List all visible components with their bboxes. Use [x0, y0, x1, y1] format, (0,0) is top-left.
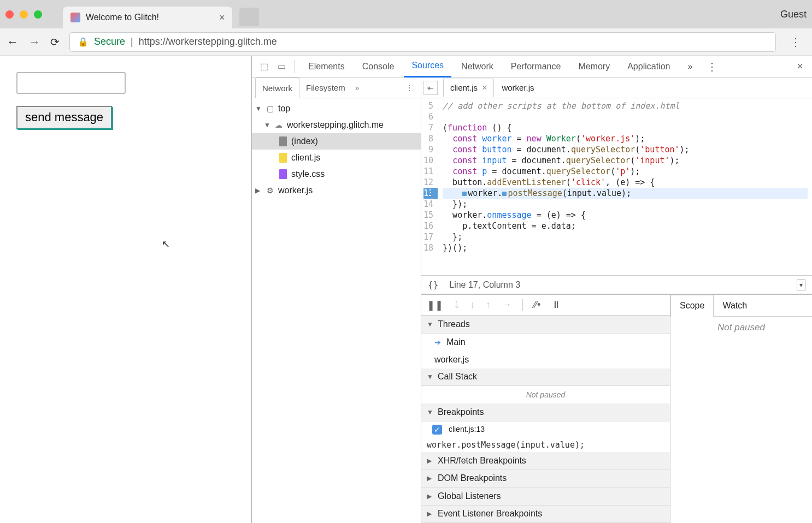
lock-icon: 🔒 — [78, 37, 89, 47]
chevron-down-icon[interactable] — [264, 121, 270, 129]
line-gutter[interactable]: 56789101112131415161718 — [421, 98, 438, 275]
tab-application[interactable]: Application — [620, 56, 678, 78]
inspect-element-icon[interactable]: ⬚ — [256, 59, 272, 74]
editor-tab-workerjs[interactable]: worker.js — [495, 79, 540, 97]
divider — [295, 60, 295, 73]
xhr-breakpoints-header[interactable]: XHR/fetch Breakpoints — [421, 452, 670, 470]
chevron-right-icon — [427, 492, 433, 500]
js-file-icon — [279, 153, 287, 163]
css-file-icon — [279, 169, 287, 179]
devtools-close-icon[interactable]: × — [792, 60, 808, 73]
maximize-window-icon[interactable] — [34, 10, 42, 19]
new-tab-button[interactable] — [239, 8, 259, 26]
collapse-navigator-icon[interactable]: ⇤ — [423, 81, 438, 95]
tree-label: style.css — [291, 169, 325, 179]
code-area[interactable]: // add other scripts at the bottom of in… — [438, 98, 812, 275]
pause-button[interactable]: ❚❚ — [427, 299, 443, 311]
devtools-menu-icon[interactable]: ⋮ — [702, 60, 722, 73]
editor-tab-label: worker.js — [502, 83, 534, 92]
section-label: Breakpoints — [438, 407, 484, 417]
devtools-panel: ⬚ ▭ Elements Console Sources Network Per… — [251, 56, 812, 523]
breakpoint-code: worker.postMessage(input.value); — [421, 438, 670, 452]
message-input[interactable] — [16, 72, 126, 94]
callstack-header[interactable]: Call Stack — [421, 369, 670, 387]
chevron-down-icon[interactable] — [255, 105, 262, 112]
url-separator: | — [131, 36, 133, 47]
current-thread-icon: ➔ — [434, 338, 441, 347]
step-into-button: ↓ — [470, 299, 475, 311]
editor-statusbar: {} Line 17, Column 3 ▾ — [421, 275, 812, 294]
section-label: Call Stack — [438, 372, 477, 382]
navigator-tab-filesystem[interactable]: Filesystem — [299, 78, 352, 98]
chevron-down-icon — [427, 408, 433, 416]
code-editor[interactable]: 56789101112131415161718 // add other scr… — [421, 98, 812, 275]
breakpoints-header[interactable]: Breakpoints — [421, 403, 670, 421]
navigator-tab-network[interactable]: Network — [255, 78, 299, 98]
send-message-button[interactable]: send message — [16, 106, 112, 129]
minimize-window-icon[interactable] — [20, 10, 28, 19]
navigator-menu-icon[interactable]: ⋮ — [401, 84, 417, 92]
document-icon — [279, 136, 287, 146]
close-window-icon[interactable] — [5, 10, 14, 19]
tab-performance[interactable]: Performance — [503, 56, 569, 78]
tab-network[interactable]: Network — [454, 56, 501, 78]
browser-tab[interactable]: Welcome to Glitch! × — [63, 7, 232, 28]
thread-worker[interactable]: worker.js — [421, 351, 670, 369]
pause-on-exceptions-button[interactable]: ⏸ — [551, 299, 561, 311]
coverage-icon[interactable]: ▾ — [797, 280, 805, 290]
chevron-down-icon — [427, 320, 433, 328]
chevron-right-icon — [427, 474, 433, 482]
navigator-tabs: Network Filesystem » ⋮ — [252, 78, 421, 98]
threads-header[interactable]: Threads — [421, 316, 670, 334]
tab-scope[interactable]: Scope — [670, 295, 714, 317]
thread-label: Main — [446, 337, 466, 347]
frame-icon — [265, 104, 275, 114]
back-button[interactable]: ← — [7, 35, 19, 49]
cloud-icon — [274, 120, 284, 130]
debugger-right: Scope Watch Not paused — [670, 295, 812, 523]
tab-memory[interactable]: Memory — [570, 56, 617, 78]
tab-close-icon[interactable]: × — [219, 12, 225, 23]
cursor-position: Line 17, Column 3 — [449, 280, 520, 290]
tree-root[interactable]: top — [252, 100, 421, 117]
pretty-print-icon[interactable]: {} — [428, 280, 438, 290]
tab-elements[interactable]: Elements — [301, 56, 352, 78]
forward-button: → — [28, 35, 40, 49]
event-listener-breakpoints-header[interactable]: Event Listener Breakpoints — [421, 506, 670, 523]
reload-button[interactable]: ⟳ — [50, 35, 60, 49]
breakpoint-label: client.js:13 — [449, 425, 485, 433]
url-text: https://workerstepping.glitch.me — [139, 36, 277, 47]
tabs-overflow-icon[interactable]: » — [680, 56, 700, 78]
tree-domain[interactable]: workerstepping.glitch.me — [252, 117, 421, 133]
scope-empty: Not paused — [670, 317, 812, 523]
breakpoint-item[interactable]: ✓ client.js:13 — [421, 421, 670, 438]
secure-label: Secure — [94, 36, 125, 47]
dom-breakpoints-header[interactable]: DOM Breakpoints — [421, 470, 670, 488]
editor-tab-clientjs[interactable]: client.js × — [443, 79, 494, 97]
deactivate-breakpoints-button[interactable]: ⁄⁄• — [534, 299, 540, 311]
step-over-button: ⤵ — [454, 299, 459, 311]
close-icon[interactable]: × — [482, 83, 487, 93]
tree-file-clientjs[interactable]: client.js — [252, 150, 421, 166]
tree-file-index[interactable]: (index) — [252, 133, 421, 150]
tab-sources[interactable]: Sources — [404, 56, 451, 78]
address-bar[interactable]: 🔒 Secure | https://workerstepping.glitch… — [69, 32, 776, 52]
navigator-more-icon[interactable]: » — [355, 84, 360, 92]
breakpoint-checkbox[interactable]: ✓ — [432, 425, 442, 435]
tree-worker[interactable]: worker.js — [252, 182, 421, 199]
thread-main[interactable]: ➔ Main — [421, 334, 670, 351]
section-label: Event Listener Breakpoints — [438, 509, 542, 519]
profile-badge[interactable]: Guest — [780, 9, 807, 20]
browser-menu-icon[interactable]: ⋮ — [786, 35, 805, 49]
global-listeners-header[interactable]: Global Listeners — [421, 488, 670, 506]
device-toolbar-icon[interactable]: ▭ — [274, 59, 289, 74]
editor-pane: ⇤ client.js × worker.js 5678910111213141… — [421, 78, 812, 523]
tab-title: Welcome to Glitch! — [86, 13, 159, 22]
chevron-down-icon — [427, 373, 433, 381]
browser-toolbar: ← → ⟳ 🔒 Secure | https://workerstepping.… — [0, 28, 812, 56]
section-label: DOM Breakpoints — [438, 473, 507, 483]
chevron-right-icon[interactable] — [255, 187, 262, 194]
tree-file-stylecss[interactable]: style.css — [252, 166, 421, 182]
tab-watch[interactable]: Watch — [714, 295, 756, 317]
tab-console[interactable]: Console — [355, 56, 402, 78]
